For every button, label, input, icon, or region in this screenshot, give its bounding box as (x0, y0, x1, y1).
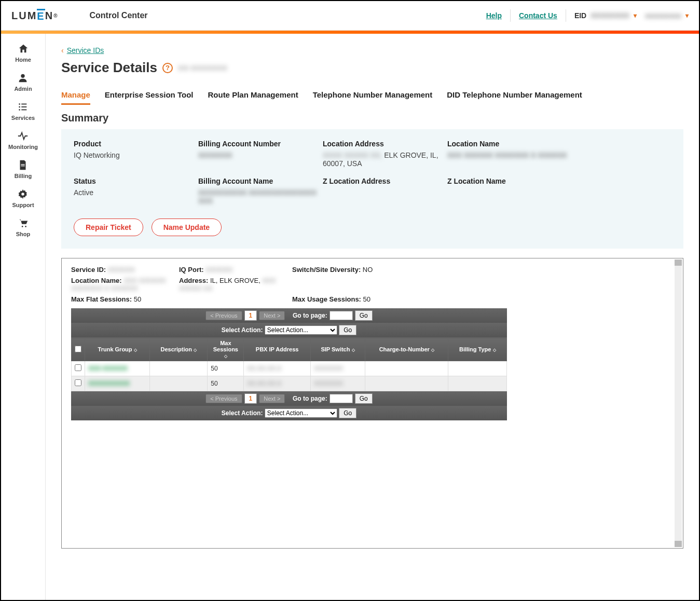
inner-scrollbar[interactable] (675, 259, 682, 547)
cell-description (150, 361, 208, 376)
top-bar: LUMEN® Control Center Help Contact Us EI… (1, 1, 699, 31)
tab-enterprise-session-tool[interactable]: Enterprise Session Tool (105, 90, 194, 105)
cell-max-sessions: 50 (208, 376, 244, 391)
summary-heading: Summary (61, 112, 683, 124)
trunk-group-link[interactable]: XXXXXXXXXX (88, 380, 130, 387)
tab-telephone-number-management[interactable]: Telephone Number Management (313, 90, 433, 105)
tab-bar: Manage Enterprise Session Tool Route Pla… (61, 90, 683, 105)
page-number[interactable]: 1 (244, 310, 257, 321)
eid-value: XXXXXXXX (591, 11, 629, 20)
user-value: xxxxxxxxx (645, 11, 681, 20)
svg-point-1 (19, 103, 21, 105)
help-info-icon[interactable]: ? (162, 63, 173, 73)
nav-shop[interactable]: Shop (16, 217, 31, 237)
goto-page-go-button[interactable]: Go (355, 393, 373, 404)
prev-page-button[interactable]: < Previous (205, 311, 242, 320)
goto-page-go-button[interactable]: Go (355, 310, 373, 321)
tab-manage[interactable]: Manage (61, 90, 90, 105)
breadcrumb-service-ids[interactable]: Service IDs (67, 46, 104, 54)
svg-rect-4 (22, 106, 27, 107)
user-icon (17, 72, 29, 84)
svg-point-11 (21, 226, 23, 227)
location-name-label-inner: Location Name: (71, 277, 122, 284)
z-location-name-label: Z Location Name (447, 177, 572, 185)
app-title: Control Center (90, 11, 148, 20)
iq-port-value: XXXXXX (205, 266, 232, 274)
col-max-sessions[interactable]: Max Sessions ◇ (208, 338, 244, 361)
nav-services[interactable]: Services (11, 101, 35, 121)
col-description[interactable]: Description ◇ (150, 338, 208, 361)
goto-page-input[interactable] (330, 394, 353, 403)
row-checkbox[interactable] (75, 379, 81, 386)
svg-rect-6 (22, 110, 27, 111)
repair-ticket-button[interactable]: Repair Ticket (74, 218, 143, 236)
page-title: Service Details (61, 60, 157, 76)
breadcrumb: ‹ Service IDs (61, 46, 683, 54)
left-nav: Home Admin Services Monitoring Billing S… (1, 34, 46, 600)
eid-label: EID (574, 11, 586, 20)
page-number[interactable]: 1 (244, 393, 257, 404)
prev-page-button[interactable]: < Previous (205, 394, 242, 403)
next-page-button[interactable]: Next > (259, 311, 285, 320)
nav-label: Support (12, 202, 34, 208)
tab-route-plan-management[interactable]: Route Plan Management (208, 90, 298, 105)
nav-monitoring[interactable]: Monitoring (8, 130, 38, 150)
tab-did-telephone-number-management[interactable]: DID Telephone Number Management (447, 90, 582, 105)
col-sip-switch[interactable]: SIP Switch ◇ (310, 338, 365, 361)
select-all-checkbox[interactable] (75, 346, 81, 352)
billing-account-name-label: Billing Account Name (198, 177, 323, 185)
help-link[interactable]: Help (486, 11, 502, 20)
product-label: Product (74, 140, 198, 148)
col-billing-type[interactable]: Billing Type ◇ (448, 338, 507, 361)
service-id-value: XX-XXXXXXX (178, 63, 227, 72)
nav-home[interactable]: Home (15, 43, 31, 63)
cell-billing-type (448, 361, 507, 376)
ban-value: XXXXXXX (198, 151, 323, 159)
goto-page-input[interactable] (330, 311, 353, 320)
cell-charge-to (365, 376, 448, 391)
nav-admin[interactable]: Admin (14, 72, 32, 92)
contact-us-link[interactable]: Contact Us (519, 11, 557, 20)
col-pbx-ip[interactable]: PBX IP Address (244, 338, 311, 361)
select-action-go-button[interactable]: Go (339, 325, 356, 335)
location-name-label: Location Name (447, 140, 572, 148)
select-action-dropdown[interactable]: Select Action... (265, 408, 337, 418)
ban-label: Billing Account Number (198, 140, 323, 148)
iq-port-label: IQ Port: (179, 266, 204, 274)
nav-billing[interactable]: Billing (15, 159, 32, 179)
billing-account-name-value: XXXXXXXXXX XXXXXXXXXXXXXX XXX (198, 188, 323, 205)
svg-rect-2 (22, 104, 27, 105)
select-action-go-button[interactable]: Go (339, 408, 356, 418)
select-action-label: Select Action: (222, 409, 263, 417)
nav-label: Admin (14, 86, 32, 92)
service-id-label: Service ID: (71, 266, 106, 274)
service-id-value-inner: XXXXXX (108, 266, 135, 274)
row-checkbox[interactable] (75, 364, 81, 371)
next-page-button[interactable]: Next > (259, 394, 285, 403)
status-value: Active (74, 188, 198, 197)
nav-label: Shop (16, 231, 31, 237)
col-charge-to-number[interactable]: Charge-to-Number ◇ (365, 338, 448, 361)
eid-dropdown[interactable]: EID XXXXXXXX ▾ (574, 11, 637, 20)
name-update-button[interactable]: Name Update (152, 218, 222, 236)
nav-support[interactable]: Support (12, 188, 34, 208)
max-flat-sessions-value: 50 (134, 295, 141, 303)
user-dropdown[interactable]: xxxxxxxxx ▾ (645, 11, 689, 20)
svg-rect-7 (21, 164, 25, 165)
trunk-group-link[interactable]: XXX-XXXXXX (88, 365, 128, 372)
cell-sip-switch: XXXXXXX (314, 365, 343, 372)
col-trunk-group[interactable]: Trunk Group ◇ (85, 338, 150, 361)
table-row: XXXXXXXXXX 50 XX.XX.XX.X XXXXXXX (72, 376, 507, 391)
document-icon (17, 159, 29, 171)
cell-billing-type (448, 376, 507, 391)
select-action-dropdown[interactable]: Select Action... (265, 325, 337, 335)
switch-diversity-label: Switch/Site Diversity: (292, 266, 361, 274)
address-label-inner: Address: (179, 277, 208, 284)
chevron-down-icon: ▾ (634, 12, 637, 19)
switch-diversity-value: NO (363, 266, 373, 274)
cell-pbx-ip: XX.XX.XX.X (247, 365, 281, 372)
cell-sip-switch: XXXXXXX (314, 380, 343, 387)
max-usage-sessions-value: 50 (363, 295, 370, 303)
cart-icon (18, 217, 29, 229)
pager-bar-top: < Previous 1 Next > Go to page: Go (71, 308, 507, 323)
